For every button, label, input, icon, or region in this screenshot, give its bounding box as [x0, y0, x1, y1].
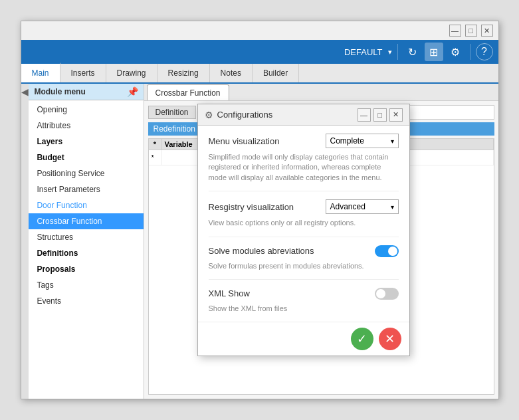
menu-viz-label: Menu visualization — [209, 136, 280, 146]
definition-tab-label[interactable]: Definition — [148, 106, 196, 119]
menu-viz-row: Menu visualization Complete ▾ — [209, 134, 399, 148]
main-tab-crossbar[interactable]: Crossbar Function — [147, 84, 229, 100]
dialog-titlebar-controls: — □ ✕ — [358, 108, 403, 122]
tab-inserts[interactable]: Inserts — [60, 64, 106, 82]
solve-abbr-row: Solve modules abreviations — [209, 245, 399, 257]
grid-button[interactable]: ⊞ — [425, 43, 443, 61]
toolbar-divider2 — [470, 44, 470, 60]
toolbar: DEFAULT ▾ ↻ ⊞ ⚙ ? — [21, 40, 498, 64]
sidebar-item-crossbar-function[interactable]: Crossbar Function — [29, 213, 143, 229]
sidebar-item-attributes[interactable]: Attributes — [29, 118, 143, 134]
tab-notes[interactable]: Notes — [210, 64, 253, 82]
cancel-button[interactable]: ✕ — [379, 328, 401, 350]
menu-viz-value: Complete — [330, 136, 364, 146]
sidebar-collapse-icon: ◀ — [21, 86, 29, 97]
close-button[interactable]: ✕ — [481, 25, 493, 37]
sidebar-item-layers[interactable]: Layers — [29, 134, 143, 150]
dialog-minimize[interactable]: — — [358, 108, 371, 122]
sidebar-items: Opening Attributes Layers Budget Positio… — [29, 100, 143, 399]
configurations-dialog[interactable]: ⚙ Configurations — □ ✕ Menu visualizatio… — [197, 104, 410, 356]
solve-abbr-thumb — [388, 247, 397, 256]
dialog-titlebar: ⚙ Configurations — □ ✕ — [198, 104, 409, 126]
divider1 — [209, 191, 399, 191]
grid-icon: ⊞ — [429, 46, 438, 58]
maximize-button[interactable]: □ — [465, 25, 477, 37]
sidebar-item-definitions[interactable]: Definitions — [29, 245, 143, 261]
registry-viz-select[interactable]: Advanced ▾ — [326, 199, 399, 214]
tab-resizing[interactable]: Resizing — [157, 64, 210, 82]
solve-abbr-toggle[interactable] — [375, 245, 399, 257]
title-bar: — □ ✕ — [21, 21, 498, 40]
sidebar-item-proposals[interactable]: Proposals — [29, 261, 143, 277]
solve-abbr-label: Solve modules abreviations — [209, 246, 314, 256]
divider2 — [209, 237, 399, 237]
solve-abbr-hint: Solve formulas present in modules abrevi… — [209, 261, 399, 271]
title-controls: — □ ✕ — [449, 25, 493, 37]
divider3 — [209, 279, 399, 280]
content-area: ◀ Module menu 📌 Opening Attributes Layer… — [21, 84, 498, 399]
dialog-maximize[interactable]: □ — [373, 108, 387, 122]
xml-show-row: XML Show — [209, 288, 399, 300]
sidebar-item-door-function[interactable]: Door Function — [29, 197, 143, 213]
registry-viz-arrow: ▾ — [391, 203, 394, 211]
tab-drawing[interactable]: Drawing — [106, 64, 157, 82]
nav-tabs: Main Inserts Drawing Resizing Notes Buil… — [21, 64, 498, 84]
col-star: * — [149, 139, 162, 150]
profile-arrow[interactable]: ▾ — [388, 48, 392, 56]
main-panel: Crossbar Function Definition Redefinitio… — [144, 84, 498, 399]
dialog-body: Menu visualization Complete ▾ Simplified… — [198, 126, 409, 322]
sidebar-item-events[interactable]: Events — [29, 293, 143, 309]
menu-viz-select[interactable]: Complete ▾ — [326, 134, 399, 148]
sidebar-item-structures[interactable]: Structures — [29, 229, 143, 245]
dialog-close[interactable]: ✕ — [389, 108, 403, 122]
sidebar-header: Module menu 📌 — [29, 84, 143, 100]
dialog-title: Configurations — [217, 110, 358, 120]
registry-viz-hint: View basic options only or all registry … — [209, 218, 399, 228]
xml-show-label: XML Show — [209, 288, 250, 298]
sidebar-item-opening[interactable]: Opening — [29, 102, 143, 118]
ok-button[interactable]: ✓ — [351, 328, 373, 350]
xml-show-toggle-container — [375, 288, 399, 300]
main-tab-bar: Crossbar Function — [144, 84, 498, 101]
tab-builder[interactable]: Builder — [253, 64, 299, 82]
minimize-button[interactable]: — — [449, 25, 461, 37]
pin-icon[interactable]: 📌 — [127, 86, 138, 97]
xml-show-hint: Show the XML from files — [209, 304, 399, 314]
help-icon: ? — [481, 46, 487, 58]
main-window: — □ ✕ DEFAULT ▾ ↻ ⊞ ⚙ ? Main Inserts Dra… — [21, 21, 499, 399]
xml-show-toggle[interactable] — [375, 288, 399, 300]
sidebar-item-tags[interactable]: Tags — [29, 277, 143, 293]
toolbar-divider — [397, 44, 398, 60]
sidebar-item-positioning[interactable]: Positioning Service — [29, 165, 143, 181]
menu-viz-arrow: ▾ — [391, 138, 394, 145]
menu-viz-hint: Simplified mode will only display catego… — [209, 152, 399, 183]
refresh-button[interactable]: ↻ — [403, 43, 422, 61]
sidebar-collapse-handle[interactable]: ◀ — [21, 84, 29, 399]
sidebar: Module menu 📌 Opening Attributes Layers … — [29, 84, 143, 399]
registry-viz-row: Resgistry visualization Advanced ▾ — [209, 199, 399, 214]
profile-label: DEFAULT — [344, 47, 383, 57]
dialog-footer: ✓ ✕ — [198, 322, 409, 356]
sidebar-item-insert-params[interactable]: Insert Parameters — [29, 181, 143, 197]
cell-star: * — [149, 150, 162, 165]
sidebar-title: Module menu — [34, 87, 85, 96]
tab-main[interactable]: Main — [21, 62, 60, 82]
help-button[interactable]: ? — [476, 43, 493, 60]
solve-abbr-toggle-container — [375, 245, 399, 257]
gear-button[interactable]: ⚙ — [446, 43, 465, 61]
xml-show-thumb — [376, 289, 385, 298]
sidebar-item-budget[interactable]: Budget — [29, 150, 143, 165]
toolbar-gear-icon: ⚙ — [451, 46, 460, 58]
dialog-gear-icon: ⚙ — [205, 110, 213, 120]
registry-viz-value: Advanced — [330, 202, 365, 211]
registry-viz-label: Resgistry visualization — [209, 202, 294, 212]
